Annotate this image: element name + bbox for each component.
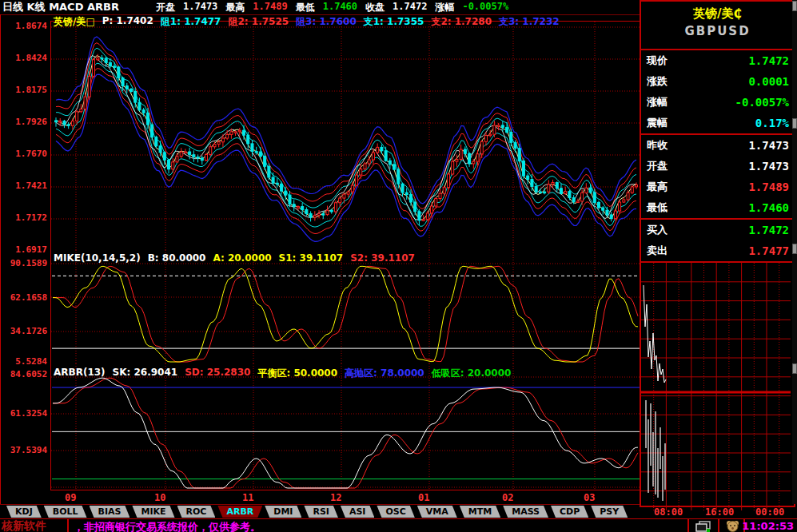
- mike-param-item-0: MIKE(10,14,5,2): [54, 252, 141, 264]
- main-y-label: 1.7172: [1, 213, 47, 223]
- price-level-item-7: 支3: 1.7232: [499, 15, 560, 26]
- intraday-mini-chart[interactable]: [641, 261, 794, 512]
- tab-arbr[interactable]: ARBR: [217, 506, 262, 518]
- tab-roc[interactable]: ROC: [177, 506, 216, 518]
- status-divider: [687, 519, 689, 532]
- quote-row-9: 卖出1.7477: [641, 240, 794, 261]
- tab-bias[interactable]: BIAS: [90, 506, 130, 518]
- arbr-param-item-5: 低吸区: 20.0000: [432, 367, 512, 378]
- quote-row-8: 买入1.7472: [641, 220, 794, 240]
- price-level-item-2: 阻1: 1.7477: [161, 15, 221, 26]
- scrollbar-mark[interactable]: [792, 118, 797, 129]
- month-label-11: 11: [242, 492, 253, 503]
- stat-label: 涨幅: [435, 1, 454, 14]
- stat-value: 1.7473: [183, 1, 217, 14]
- time-label-0: 08:00: [654, 506, 683, 518]
- stat-label: 收盘: [365, 1, 385, 14]
- arbr-param-item-0: ARBR(13): [54, 367, 106, 378]
- time-label-1: 16:00: [705, 506, 734, 518]
- mike-param-item-2: A: 20.0000: [213, 252, 271, 264]
- quote-value: 1.7460: [748, 201, 789, 214]
- quote-row-6: 最高1.7489: [641, 177, 794, 197]
- main-y-label: 1.7926: [1, 117, 47, 127]
- quote-stat-0: 开盘1.7473: [156, 1, 217, 14]
- disclaimer-message: ，非招商银行交易系统报价，仅供参考。: [74, 520, 261, 532]
- tab-osc[interactable]: OSC: [377, 506, 414, 518]
- quote-row-1: 涨跌0.0001: [641, 71, 794, 92]
- tab-kdj[interactable]: KDJ: [6, 506, 42, 518]
- quote-stat-1: 最高1.7489: [225, 1, 287, 14]
- price-level-item-1: P: 1.7402: [102, 15, 153, 26]
- symbol-code: GBPUSD: [641, 24, 794, 38]
- scrollbar-mark[interactable]: [792, 244, 797, 254]
- quote-label: 现价: [647, 54, 667, 68]
- trading-terminal: 日线 K线 MACD ARBR 开盘1.7473最高1.7489最低1.7460…: [0, 0, 797, 532]
- stat-value: 1.7489: [253, 1, 287, 14]
- candlestick-panel[interactable]: [50, 21, 641, 252]
- quote-stat-4: 涨幅-0.0057%: [435, 1, 508, 14]
- mike-y-label: 62.1658: [1, 293, 47, 303]
- quote-label: 买入: [647, 223, 667, 237]
- quote-table: 现价1.7472涨跌0.0001涨幅-0.0057%震幅0.17%昨收1.747…: [641, 50, 794, 261]
- intraday-chart-canvas[interactable]: [641, 263, 791, 510]
- quote-value: 1.7472: [748, 54, 789, 67]
- brand-label: 核新软件: [0, 519, 69, 532]
- tab-mtm[interactable]: MTM: [460, 506, 500, 518]
- stat-label: 开盘: [156, 1, 175, 14]
- mike-indicator-panel[interactable]: [50, 250, 641, 364]
- time-label-2: 00:00: [755, 506, 784, 518]
- stat-value: 1.7460: [323, 1, 357, 14]
- pet-icon[interactable]: [723, 519, 741, 532]
- mike-chart[interactable]: [51, 250, 640, 363]
- price-levels-header: 英镑/美□P: 1.7402阻1: 1.7477阻2: 1.7525阻3: 1.…: [54, 15, 567, 26]
- top-quote-bar: 日线 K线 MACD ARBR 开盘1.7473最高1.7489最低1.7460…: [0, 0, 640, 15]
- quote-value: 1.7473: [748, 139, 789, 152]
- tab-vma[interactable]: VMA: [417, 506, 457, 518]
- candlestick-chart[interactable]: [51, 22, 640, 251]
- month-label-02: 02: [502, 492, 513, 503]
- stat-label: 最高: [225, 1, 245, 14]
- scrollbar-thumb[interactable]: [792, 1, 797, 11]
- tab-psy[interactable]: PSY: [591, 506, 628, 518]
- arbr-indicator-panel[interactable]: [50, 363, 641, 490]
- quote-row-7: 最低1.7460: [641, 197, 794, 218]
- arbr-param-item-1: SK: 26.9041: [113, 367, 178, 378]
- status-bar: 核新软件 ，非招商银行交易系统报价，仅供参考。 11:02:53: [0, 518, 797, 532]
- quote-label: 开盘: [647, 159, 667, 173]
- scrollbar[interactable]: [792, 0, 797, 504]
- quote-value: -0.0057%: [735, 96, 789, 109]
- status-clock: 11:02:53: [742, 520, 794, 532]
- tab-asi[interactable]: ASI: [341, 506, 375, 518]
- price-level-item-6: 支2: 1.7280: [431, 15, 492, 26]
- tab-boll[interactable]: BOLL: [44, 506, 87, 518]
- quote-value: 1.7477: [748, 244, 789, 257]
- price-level-item-4: 阻3: 1.7600: [296, 15, 357, 26]
- arbr-y-label: 84.6052: [1, 370, 47, 379]
- period-indicator-title[interactable]: 日线 K线 MACD ARBR: [2, 0, 119, 14]
- tab-mike[interactable]: MIKE: [132, 506, 174, 518]
- tab-mass[interactable]: MASS: [503, 506, 548, 518]
- mike-header: MIKE(10,14,5,2)B: 80.0000A: 20.0000S1: 3…: [54, 252, 422, 264]
- month-label-12: 12: [330, 492, 341, 503]
- main-y-label: 1.7421: [1, 181, 47, 191]
- tab-dmi[interactable]: DMI: [265, 506, 301, 518]
- quote-value: 1.7472: [748, 224, 789, 236]
- mike-param-item-1: B: 80.0000: [148, 252, 206, 264]
- mike-y-label: 90.1589: [1, 259, 47, 268]
- scrollbar-mark[interactable]: [792, 363, 797, 374]
- arbr-y-label: 61.3254: [1, 409, 47, 419]
- tab-rsi[interactable]: RSI: [304, 506, 338, 518]
- quote-row-5: 开盘1.7473: [641, 156, 794, 177]
- tab-cdp[interactable]: CDP: [551, 506, 588, 518]
- x-axis-months: 09101112010203: [1, 490, 640, 504]
- quote-value: 0.0001: [748, 75, 789, 88]
- chart-region: 英镑/美□P: 1.7402阻1: 1.7477阻2: 1.7525阻3: 1.…: [0, 14, 640, 504]
- arbr-param-item-4: 高抛区: 78.0000: [345, 367, 424, 378]
- quote-label: 昨收: [647, 138, 667, 153]
- main-y-label: 1.6917: [1, 245, 47, 255]
- quote-label: 涨幅: [647, 95, 667, 109]
- stat-value: 1.7472: [393, 1, 427, 14]
- arbr-chart[interactable]: [51, 363, 640, 490]
- quote-label: 最高: [647, 180, 667, 194]
- printer-icon[interactable]: [694, 520, 715, 532]
